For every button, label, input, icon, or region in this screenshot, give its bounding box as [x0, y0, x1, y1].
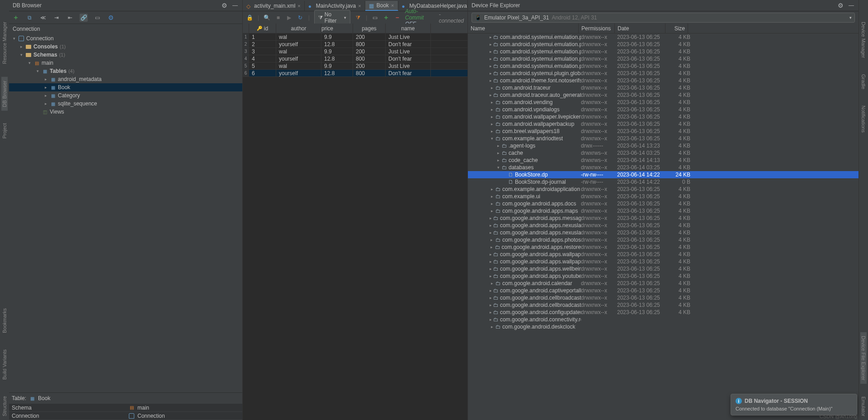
chevron-icon[interactable]: ▸ — [490, 49, 492, 54]
chevron-icon[interactable]: ▸ — [490, 281, 494, 286]
filter-dropdown[interactable]: ⧩ No Filter ▾ — [314, 10, 350, 25]
file-row[interactable]: ▸🗀com.android.vendingdrwxrwx--x2023-06-1… — [468, 99, 859, 106]
chevron-icon[interactable]: ▸ — [490, 93, 492, 97]
chevron-icon[interactable]: ▸ — [490, 223, 492, 228]
filter-clear-icon[interactable]: ⧩ — [355, 14, 362, 21]
chevron-icon[interactable]: ▸ — [490, 78, 492, 83]
expand-icon[interactable]: ⇤ — [66, 14, 74, 22]
col-name[interactable]: name — [386, 24, 431, 33]
close-icon[interactable]: × — [391, 3, 394, 8]
file-row[interactable]: ▸🗀com.google.android.apps.nexuslaunchedr… — [468, 222, 859, 229]
file-row[interactable]: ▸🗀com.android.traceurdrwxrwx--x2023-06-1… — [468, 84, 859, 91]
chevron-icon[interactable]: ▸ — [490, 86, 494, 90]
chevron-icon[interactable]: ▸ — [490, 64, 492, 68]
tree-table-book[interactable]: ▸▦ Book — [9, 83, 242, 91]
tree-table-category[interactable]: ▸▦ Category — [9, 91, 242, 100]
chevron-icon[interactable]: ▸ — [490, 288, 492, 293]
tree-schemas[interactable]: ▾ Schemas (1) — [9, 51, 242, 59]
col-author[interactable]: author — [276, 24, 321, 33]
file-row[interactable]: ▸🗀com.google.android.deskclock — [468, 323, 859, 330]
device-dropdown[interactable]: 📱 Emulator Pixel_3a_API_31 Android 12, A… — [472, 13, 855, 23]
rail-notifications[interactable]: Notifications — [860, 102, 867, 136]
file-row[interactable]: ▾🗀databasesdrwxrwx--x2023-06-14 03:254 K… — [468, 164, 859, 171]
notification-popup[interactable]: i DB Navigator - SESSION Connected to da… — [731, 394, 857, 415]
table-row[interactable]: 22yourself12.8800Don't fear — [243, 41, 467, 48]
file-row[interactable]: ▸🗀com.google.android.apps.restoredrwxrwx… — [468, 243, 859, 251]
col-pages[interactable]: pages — [353, 24, 386, 33]
file-row[interactable]: ▸🗀com.android.systemui.emulation.pixel_5… — [468, 62, 859, 70]
rail-emulator[interactable]: Emulator — [860, 393, 867, 420]
file-row[interactable]: ▸🗀com.android.systemui.plugin.globalacti… — [468, 70, 859, 77]
file-row[interactable]: ▸🗀com.google.android.apps.photosdrwxrwx-… — [468, 236, 859, 243]
file-list[interactable]: ▸🗀com.android.systemui.emulation.pixel_3… — [468, 33, 859, 420]
chevron-icon[interactable]: ▸ — [490, 267, 492, 271]
tree-views[interactable]: ◫ Views — [9, 108, 242, 116]
tree-consoles[interactable]: ▸ Consoles (1) — [9, 43, 242, 51]
play-icon[interactable]: ▶ — [286, 14, 293, 21]
rail-structure[interactable]: Structure — [1, 392, 8, 420]
lock-icon[interactable]: 🔒 — [246, 14, 253, 21]
rail-resource-manager[interactable]: Resource Manager — [1, 18, 8, 68]
chevron-icon[interactable]: ▸ — [490, 252, 492, 257]
chevron-icon[interactable]: ▸ — [490, 100, 494, 105]
file-row[interactable]: ▸🗀cachedrwxrws--x2023-06-14 03:254 KB — [468, 149, 859, 157]
link-icon[interactable]: 🔗 — [80, 14, 88, 22]
file-row[interactable]: ▸🗀com.google.android.apps.nexuslaunchedr… — [468, 229, 859, 236]
file-row[interactable]: ▸🗀com.google.android.apps.youtube.musidr… — [468, 272, 859, 280]
file-row[interactable]: ▸🗀com.breel.wallpapers18drwxrwx--x2023-0… — [468, 128, 859, 135]
chevron-icon[interactable]: ▸ — [490, 115, 494, 119]
chevron-icon[interactable]: ▸ — [490, 216, 492, 220]
chevron-icon[interactable]: ▸ — [490, 194, 494, 199]
chevron-icon[interactable]: ▾ — [496, 165, 500, 170]
file-row[interactable]: ▸🗀com.android.wallpaper.livepickerdrwxrw… — [468, 113, 859, 120]
tree-tables[interactable]: ▾▦ Tables (4) — [9, 67, 242, 75]
file-row[interactable]: ▸🗀com.android.theme.font.notoserifsource… — [468, 77, 859, 84]
file-row[interactable]: ▸🗀com.google.android.cellbroadcastservid… — [468, 301, 859, 309]
file-row[interactable]: ▸🗀com.google.android.calendardrwxrwx--x2… — [468, 280, 859, 287]
chevron-icon[interactable]: ▸ — [490, 317, 492, 322]
file-row[interactable]: ▸🗀code_cachedrwxrws--x2023-06-14 14:134 … — [468, 157, 859, 164]
chevron-icon[interactable]: ▸ — [496, 151, 500, 155]
minimize-icon[interactable]: — — [848, 2, 855, 9]
file-row[interactable]: 🗋BookStore.dp-journal-rw-rw----2023-06-1… — [468, 178, 859, 186]
file-row[interactable]: ▸🗀com.google.android.apps.mapsdrwxrwx--x… — [468, 207, 859, 215]
file-row[interactable]: ▸🗀com.google.android.apps.wellbeingdrwxr… — [468, 265, 859, 272]
file-row[interactable]: ▾🗀com.example.andriodtestdrwxrwx--x2023-… — [468, 135, 859, 142]
tree-table-sqlite-sequence[interactable]: ▸▦ sqlite_sequence — [9, 100, 242, 108]
chevron-icon[interactable]: ▸ — [490, 230, 492, 235]
rail-device-file-explorer[interactable]: Device File Explorer — [860, 332, 867, 384]
connection-section-header[interactable]: Connection — [9, 24, 242, 33]
chevron-icon[interactable]: ▸ — [490, 296, 492, 300]
add-row-icon[interactable]: ＋ — [383, 14, 390, 21]
chevron-icon[interactable]: ▸ — [490, 42, 492, 47]
minimize-icon[interactable]: — — [231, 2, 239, 9]
chevron-icon[interactable]: ▸ — [490, 187, 494, 191]
collapse-icon[interactable]: ⇥ — [52, 14, 61, 22]
file-row[interactable]: ▸🗀com.android.systemui.emulation.pixel_3… — [468, 33, 859, 41]
col-price[interactable]: price — [321, 24, 353, 33]
chevron-icon[interactable]: ▸ — [490, 274, 492, 278]
export-icon[interactable]: ▭ — [372, 14, 378, 21]
data-grid[interactable]: 🔑id author price pages name 11wal9.9200J… — [243, 24, 467, 420]
tree-connection-root[interactable]: ▾ Connection — [9, 34, 242, 43]
close-icon[interactable]: × — [358, 3, 361, 9]
file-row[interactable]: ▸🗀com.google.android.apps.messagingdrwxr… — [468, 215, 859, 222]
chevron-icon[interactable]: ▸ — [490, 71, 492, 76]
connect-icon[interactable]: ⧉ — [25, 14, 33, 22]
table-row[interactable]: 11wal9.9200Just Live — [243, 33, 467, 41]
table-row[interactable]: 33wal9.9200Just Live — [243, 48, 467, 55]
file-row[interactable]: ▸🗀.agent-logsdrwx------2023-06-14 13:234… — [468, 142, 859, 149]
console-icon[interactable]: ▭ — [93, 14, 101, 22]
table-row[interactable]: 44yourself12.8800Don't fear — [243, 55, 467, 62]
chevron-icon[interactable]: ▸ — [490, 122, 494, 126]
stop-icon[interactable]: ■ — [275, 14, 282, 21]
chevron-icon[interactable]: ▾ — [490, 136, 494, 141]
file-row[interactable]: 🗋BookStore.dp-rw-rw----2023-06-14 14:222… — [468, 171, 859, 178]
fh-date[interactable]: Date — [615, 24, 665, 33]
tree-table-android-metadata[interactable]: ▸▦ android_metadata — [9, 75, 242, 83]
fh-name[interactable]: Name — [468, 24, 579, 33]
chevron-icon[interactable]: ▸ — [490, 35, 492, 39]
file-row[interactable]: ▸🗀com.android.traceur.auto_generated_rro… — [468, 91, 859, 99]
chevron-icon[interactable]: ▸ — [490, 209, 494, 213]
rail-db-browser[interactable]: DB Browser — [1, 77, 8, 111]
